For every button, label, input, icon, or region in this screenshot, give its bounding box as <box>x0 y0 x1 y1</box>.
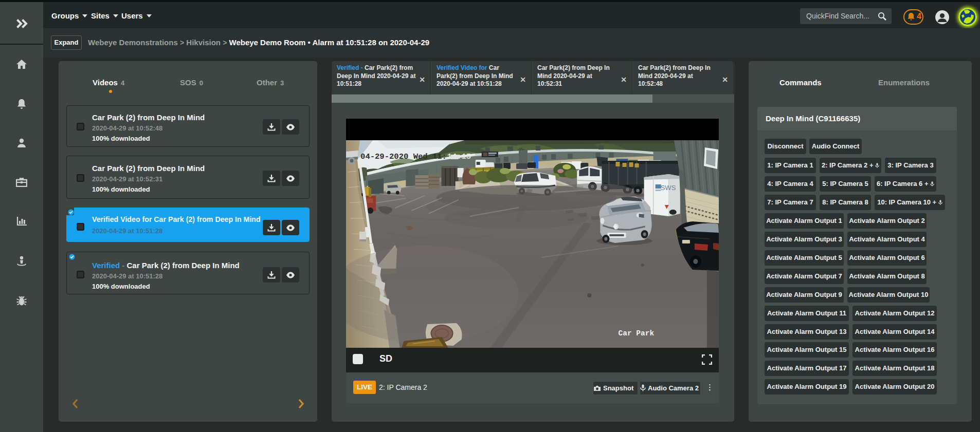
svg-text:04-29-2020 Wed 11:: 04-29-2020 Wed 11: <box>360 152 447 161</box>
svg-text:14:15: 14:15 <box>447 152 471 161</box>
svg-text:SWS: SWS <box>661 184 676 192</box>
svg-text:Car Park: Car Park <box>618 329 654 337</box>
